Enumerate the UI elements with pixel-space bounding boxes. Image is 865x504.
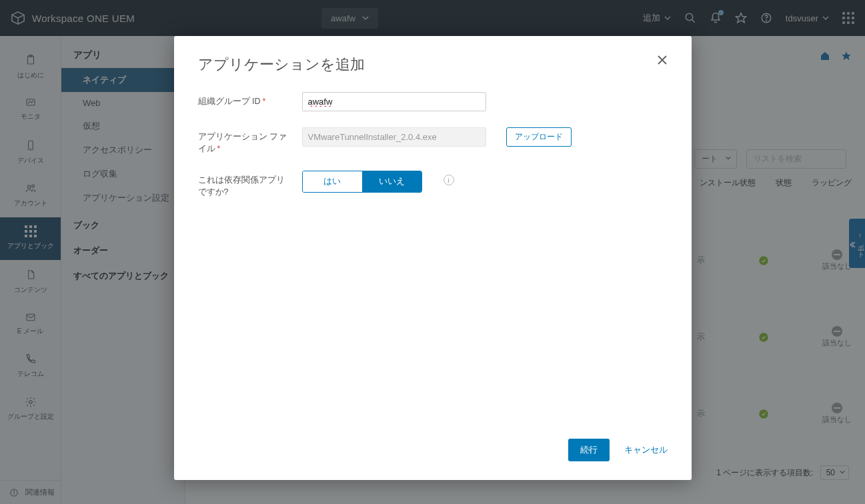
required-icon: * xyxy=(217,144,221,153)
close-button[interactable] xyxy=(657,55,668,65)
add-application-modal: アプリケーションを追加 組織グループ ID* アプリケーション ファイル* アッ… xyxy=(174,36,692,480)
dependency-no-button[interactable]: いいえ xyxy=(362,171,421,192)
app-file-label: アプリケーション ファイル* xyxy=(198,127,287,155)
close-icon xyxy=(657,55,668,65)
dependency-toggle: はい いいえ xyxy=(302,171,422,193)
cancel-button[interactable]: キャンセル xyxy=(624,444,668,456)
modal-title: アプリケーションを追加 xyxy=(198,55,365,75)
dependency-yes-button[interactable]: はい xyxy=(303,171,362,192)
org-id-label: 組織グループ ID* xyxy=(198,92,287,108)
modal-footer: 続行 キャンセル xyxy=(174,427,692,480)
info-icon[interactable]: i xyxy=(444,175,454,185)
form-row-org-id: 組織グループ ID* xyxy=(198,92,668,111)
upload-button[interactable]: アップロード xyxy=(506,127,572,147)
required-icon: * xyxy=(262,97,265,106)
form-row-app-file: アプリケーション ファイル* アップロード xyxy=(198,127,668,155)
app-file-input xyxy=(302,127,486,147)
label-text: 組織グループ ID xyxy=(198,97,261,106)
org-id-input[interactable] xyxy=(302,92,486,111)
continue-button[interactable]: 続行 xyxy=(568,439,610,461)
modal-header: アプリケーションを追加 xyxy=(174,36,692,79)
form-row-dependency: これは依存関係アプリですか? はい いいえ i xyxy=(198,171,668,198)
label-text: アプリケーション ファイル xyxy=(198,132,287,153)
dependency-label: これは依存関係アプリですか? xyxy=(198,171,287,198)
modal-body: 組織グループ ID* アプリケーション ファイル* アップロード これは依存関係… xyxy=(174,79,692,227)
